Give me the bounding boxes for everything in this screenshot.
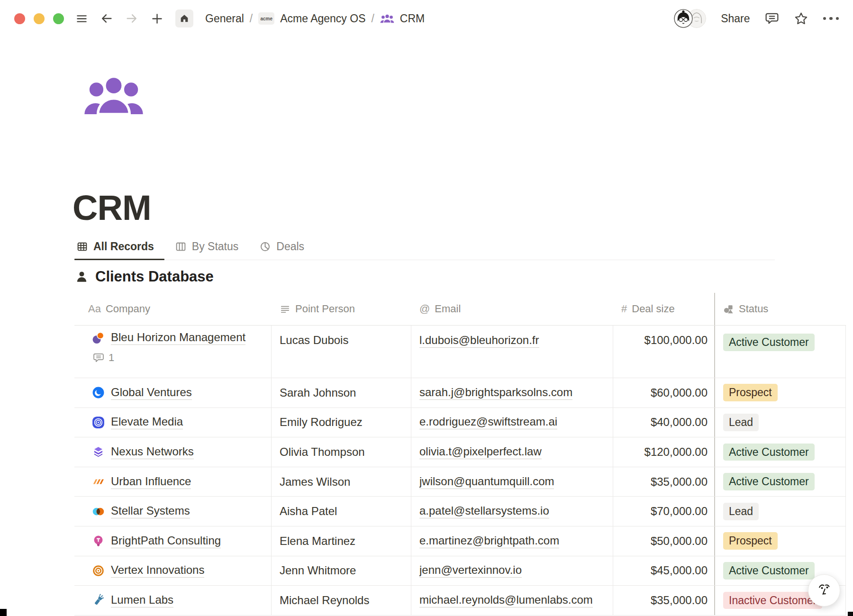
point-person-cell[interactable]: Jenn Whitmore [272,556,411,586]
status-badge[interactable]: Active Customer [723,473,815,490]
status-cell[interactable]: Prospect [715,526,846,556]
status-badge[interactable]: Active Customer [723,334,815,351]
email-link[interactable]: e.rodriguez@swiftstream.ai [419,415,557,429]
email-link[interactable]: jenn@vertexinnov.io [419,563,522,578]
email-cell[interactable]: e.martinez@brightpath.com [411,526,613,556]
company-link[interactable]: Lumen Labs [111,593,173,607]
comment-count[interactable]: 1 [93,352,245,364]
company-link[interactable]: Global Ventures [111,386,192,400]
deal-size-cell[interactable]: $70,000.00 [613,497,715,526]
acme-workspace-icon[interactable]: acme [258,12,274,25]
breadcrumb-section[interactable]: General [205,12,244,25]
favorite-star-icon[interactable] [794,11,808,26]
email-cell[interactable]: sarah.j@brightsparksolns.com [411,378,613,408]
company-cell[interactable]: Global Ventures [74,378,272,408]
status-cell[interactable]: Lead [715,497,846,526]
email-cell[interactable]: l.dubois@bleuhorizon.fr [411,326,613,378]
deal-size-cell[interactable]: $45,000.00 [613,556,715,586]
point-person-cell[interactable]: Lucas Dubois [272,326,411,378]
point-person-cell[interactable]: Olivia Thompson [272,437,411,467]
email-link[interactable]: sarah.j@brightsparksolns.com [419,386,572,400]
email-cell[interactable]: a.patel@stellarsystems.io [411,497,613,526]
new-page-plus-icon[interactable] [150,12,163,25]
breadcrumb-page[interactable]: CRM [400,12,425,25]
tab-all-records[interactable]: All Records [74,233,164,260]
company-cell[interactable]: Bleu Horizon Management 1 [74,326,272,378]
company-link[interactable]: Stellar Systems [111,504,190,518]
company-link[interactable]: Elevate Media [111,415,183,429]
deal-size-cell[interactable]: $100,000.00 [613,326,715,378]
forward-arrow-icon[interactable] [125,12,138,25]
company-link[interactable]: BrightPath Consulting [111,534,221,548]
email-cell[interactable]: jwilson@quantumquill.com [411,467,613,497]
deal-size-cell[interactable]: $60,000.00 [613,378,715,408]
page-people-icon[interactable] [83,75,144,118]
point-person-cell[interactable]: Sarah Johnson [272,378,411,408]
hamburger-menu-icon[interactable] [75,12,88,25]
email-link[interactable]: olivia.t@pixelperfect.law [419,445,542,459]
notion-ai-face-button[interactable] [808,574,840,607]
email-link[interactable]: e.martinez@brightpath.com [419,534,559,548]
page-title[interactable]: CRM [73,188,151,228]
email-link[interactable]: michael.reynolds@lumenlabs.com [419,593,593,607]
point-person-cell[interactable]: Aisha Patel [272,497,411,526]
email-cell[interactable]: michael.reynolds@lumenlabs.com [411,586,613,615]
status-badge[interactable]: Inactive Customer [723,592,822,609]
company-cell[interactable]: Lumen Labs [74,586,272,615]
email-link[interactable]: a.patel@stellarsystems.io [419,504,549,518]
collaborator-avatars[interactable] [674,9,706,28]
status-cell[interactable]: Lead [715,408,846,437]
tab-by-status[interactable]: By Status [164,233,249,260]
more-options-icon[interactable] [823,17,839,20]
column-header-email[interactable]: @ Email [411,293,613,325]
company-cell[interactable]: Vertex Innovations [74,556,272,586]
email-cell[interactable]: olivia.t@pixelperfect.law [411,437,613,467]
close-window-button[interactable] [14,13,25,24]
company-cell[interactable]: Stellar Systems [74,497,272,526]
deal-size-cell[interactable]: $50,000.00 [613,526,715,556]
point-person-cell[interactable]: Michael Reynolds [272,586,411,615]
company-cell[interactable]: Nexus Networks [74,437,272,467]
email-cell[interactable]: e.rodriguez@swiftstream.ai [411,408,613,437]
company-link[interactable]: Urban Influence [111,475,191,489]
comments-icon[interactable] [765,11,779,26]
company-link[interactable]: Bleu Horizon Management [111,331,245,345]
email-link[interactable]: l.dubois@bleuhorizon.fr [419,334,539,348]
status-badge[interactable]: Prospect [723,384,778,401]
status-cell[interactable]: Active Customer [715,326,846,378]
deal-size-cell[interactable]: $35,000.00 [613,586,715,615]
deal-size-cell[interactable]: $120,000.00 [613,437,715,467]
minimize-window-button[interactable] [34,13,45,24]
status-cell[interactable]: Prospect [715,378,846,408]
status-cell[interactable]: Active Customer [715,437,846,467]
share-button[interactable]: Share [721,12,750,25]
column-header-company[interactable]: Aa Company [74,293,272,325]
company-link[interactable]: Vertex Innovations [111,563,204,578]
column-header-deal-size[interactable]: # Deal size [613,293,715,325]
point-person-cell[interactable]: Emily Rodriguez [272,408,411,437]
back-arrow-icon[interactable] [100,12,113,25]
status-badge[interactable]: Lead [723,503,759,520]
database-title[interactable]: Clients Database [95,268,214,285]
column-header-point-person[interactable]: Point Person [272,293,411,325]
email-link[interactable]: jwilson@quantumquill.com [419,475,554,489]
status-cell[interactable]: Active Customer [715,467,846,497]
status-badge[interactable]: Active Customer [723,444,815,461]
breadcrumb-workspace[interactable]: Acme Agency OS [280,12,365,25]
company-link[interactable]: Nexus Networks [111,445,194,459]
zoom-window-button[interactable] [53,13,64,24]
email-cell[interactable]: jenn@vertexinnov.io [411,556,613,586]
company-cell[interactable]: Elevate Media [74,408,272,437]
home-icon[interactable] [175,9,193,27]
deal-size-cell[interactable]: $40,000.00 [613,408,715,437]
status-badge[interactable]: Active Customer [723,562,815,580]
point-person-cell[interactable]: James Wilson [272,467,411,497]
company-cell[interactable]: BrightPath Consulting [74,526,272,556]
tab-deals[interactable]: Deals [249,233,315,260]
deal-size-cell[interactable]: $35,000.00 [613,467,715,497]
point-person-cell[interactable]: Elena Martinez [272,526,411,556]
status-badge[interactable]: Lead [723,414,759,431]
column-header-status[interactable]: Status [714,293,846,325]
status-badge[interactable]: Prospect [723,532,778,550]
company-cell[interactable]: Urban Influence [74,467,272,497]
